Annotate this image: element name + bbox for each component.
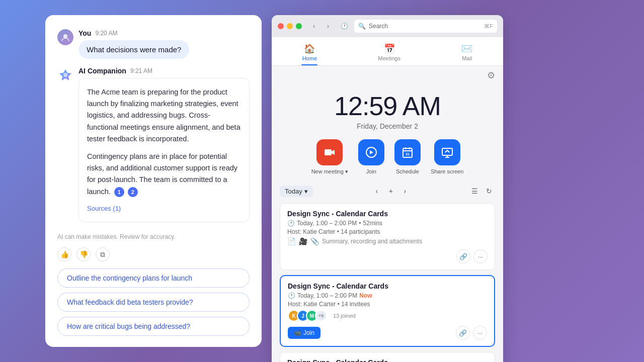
ai-response: The Acme team is preparing for the produ…: [78, 78, 250, 222]
zoom-nav: 🏠 Home 📅 Meetings ✉️ Mail: [272, 37, 503, 66]
fullscreen-button[interactable]: [296, 23, 302, 29]
more-button-2[interactable]: ···: [473, 326, 487, 340]
svg-rect-2: [325, 149, 332, 155]
join-button[interactable]: Join: [358, 139, 384, 175]
sources-link[interactable]: Sources (1): [87, 204, 241, 214]
workplace-panel: ‹ › 🕐 🔍 Search ⌘F 🏠 Home 📅 Meeti: [262, 15, 503, 347]
ai-name: AI Companion: [78, 67, 126, 75]
link-button-1[interactable]: 🔗: [456, 249, 470, 263]
meeting-host-1: Host: Katie Carter • 14 participants: [287, 228, 488, 235]
close-button[interactable]: [278, 23, 284, 29]
more-participants-badge: +9: [315, 310, 327, 322]
suggestion-3[interactable]: How are critical bugs being addressed?: [57, 317, 250, 336]
today-button[interactable]: Today ▾: [280, 186, 313, 197]
meeting-time-2: 🕐 Today, 1:00 – 2:00 PM Now: [288, 292, 487, 299]
suggestion-1[interactable]: Outline the contingency plans for launch: [57, 268, 250, 288]
calendar-prev-button[interactable]: ‹: [371, 185, 383, 197]
search-icon: 🔍: [358, 23, 366, 30]
citation-2[interactable]: 2: [128, 187, 138, 197]
ai-companion-icon: [57, 67, 73, 83]
home-icon: 🏠: [304, 43, 315, 54]
user-question: What decisions were made?: [78, 40, 189, 59]
share-screen-label: Share screen: [431, 168, 463, 174]
calendar-add-button[interactable]: +: [385, 185, 397, 197]
svg-rect-9: [442, 148, 452, 155]
copy-button[interactable]: ⧉: [96, 247, 110, 261]
ai-message: AI Companion 9:21 AM The Acme team is pr…: [57, 67, 250, 222]
user-time: 9:20 AM: [95, 30, 117, 37]
meetings-icon: 📅: [384, 43, 395, 54]
user-message: You 9:20 AM What decisions were made?: [57, 29, 250, 59]
nav-meetings-label: Meetings: [378, 55, 400, 61]
thumbs-up-button[interactable]: 👍: [57, 247, 71, 261]
participants-row: K J M +9 13 joined: [288, 310, 487, 322]
chevron-down-icon: ▾: [304, 188, 308, 195]
nav-mail[interactable]: ✉️ Mail: [453, 40, 480, 65]
attachment-icon: 📎: [310, 237, 319, 245]
share-screen-button[interactable]: Share screen: [431, 139, 463, 175]
back-button[interactable]: ‹: [308, 20, 320, 32]
suggestion-2[interactable]: What feedback did beta testers provide?: [57, 293, 250, 312]
titlebar: ‹ › 🕐 🔍 Search ⌘F: [272, 15, 503, 37]
meeting-host-2: Host: Katie Carter • 14 invitees: [288, 301, 487, 308]
settings-icon[interactable]: ⚙: [487, 70, 495, 81]
meeting-title-3: Design Sync - Calendar Cards: [287, 358, 488, 362]
join-meeting-button[interactable]: 📹 Join: [288, 327, 320, 339]
schedule-button[interactable]: 31 Schedule: [394, 139, 421, 175]
join-label: Join: [366, 168, 376, 174]
search-bar[interactable]: 🔍 Search ⌘F: [354, 20, 497, 33]
mail-icon: ✉️: [461, 43, 472, 54]
time-section: 12:59 AM Friday, December 2: [280, 81, 495, 139]
today-label: Today: [285, 188, 302, 195]
suggestions-list: Outline the contingency plans for launch…: [57, 268, 250, 336]
nav-home-label: Home: [302, 55, 317, 61]
forward-button[interactable]: ›: [322, 20, 334, 32]
citation-1[interactable]: 1: [114, 187, 124, 197]
meeting-title-1: Design Sync - Calendar Cards: [287, 210, 488, 218]
user-name: You: [78, 29, 91, 37]
svg-point-1: [63, 73, 67, 77]
summary-text-1: Summary, recording and attachments: [322, 238, 422, 245]
current-date: Friday, December 2: [280, 122, 495, 130]
nav-home[interactable]: 🏠 Home: [294, 40, 325, 65]
svg-point-0: [63, 34, 67, 38]
join-meeting-label: Join: [303, 329, 314, 336]
calendar-header: Today ▾ ‹ + › ☰ ↻: [280, 185, 495, 197]
nav-meetings[interactable]: 📅 Meetings: [370, 40, 409, 65]
search-shortcut: ⌘F: [484, 23, 493, 30]
chat-panel: You 9:20 AM What decisions were made?: [45, 15, 262, 347]
more-button-1[interactable]: ···: [473, 249, 488, 263]
meeting-card-2: Design Sync - Calendar Cards 🕐 Today, 1:…: [280, 275, 495, 347]
joined-text: 13 joined: [333, 313, 356, 319]
ai-paragraph-1: The Acme team is preparing for the produ…: [87, 86, 241, 145]
meeting-time-1: 🕐 Today, 1:00 – 2:00 PM • 52mins: [287, 220, 488, 227]
nav-mail-label: Mail: [462, 55, 472, 61]
now-badge: Now: [359, 292, 372, 299]
search-text: Search: [369, 23, 388, 30]
svg-text:31: 31: [406, 152, 410, 156]
thumbs-down-button[interactable]: 👎: [76, 247, 91, 261]
disclaimer-text: AI can make mistakes. Review for accurac…: [57, 233, 250, 240]
calendar-refresh-button[interactable]: ↻: [483, 185, 495, 197]
traffic-lights: [278, 23, 302, 29]
ai-paragraph-2: Contingency plans are in place for poten…: [87, 151, 241, 198]
new-meeting-label: New meeting ▾: [311, 168, 348, 175]
action-buttons: New meeting ▾ Join: [280, 139, 495, 175]
video-join-icon: 📹: [294, 329, 301, 336]
workplace-content: ⚙ 12:59 AM Friday, December 2: [272, 66, 503, 362]
calendar-filter-button[interactable]: ☰: [469, 185, 481, 197]
meeting-title-2: Design Sync - Calendar Cards: [288, 282, 487, 290]
ai-time: 9:21 AM: [130, 67, 152, 74]
user-avatar: [57, 29, 73, 45]
meeting-card-3: Design Sync - Calendar Cards 🕐 Today, 1:…: [280, 352, 495, 362]
new-meeting-button[interactable]: New meeting ▾: [311, 139, 348, 175]
video-icon: 🎥: [299, 237, 307, 245]
calendar-next-button[interactable]: ›: [399, 185, 411, 197]
link-button-2[interactable]: 🔗: [456, 326, 470, 340]
minimize-button[interactable]: [287, 23, 293, 29]
current-time: 12:59 AM: [280, 91, 495, 121]
schedule-label: Schedule: [396, 168, 419, 174]
feedback-row: 👍 👎 ⧉: [57, 247, 250, 261]
recents-button[interactable]: 🕐: [338, 20, 350, 32]
meeting-card-1: Design Sync - Calendar Cards 🕐 Today, 1:…: [280, 203, 495, 270]
